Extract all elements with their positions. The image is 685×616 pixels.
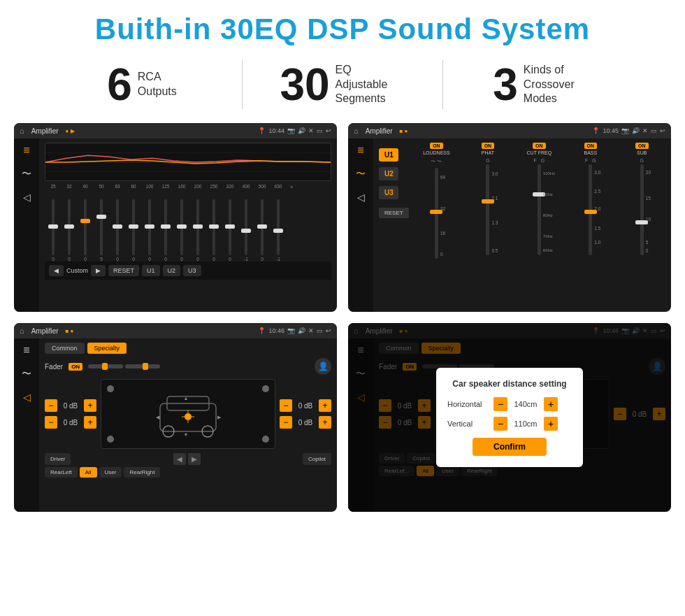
slider-col-7[interactable]: 0 bbox=[159, 199, 173, 262]
volume-side-icon-3[interactable]: ◁ bbox=[23, 392, 31, 403]
left-arrow-btn[interactable]: ◀ bbox=[173, 453, 186, 465]
db-minus-4[interactable]: − bbox=[280, 416, 292, 429]
db-minus-2[interactable]: − bbox=[45, 416, 57, 429]
slider-col-5[interactable]: 0 bbox=[127, 199, 140, 262]
loudness-on[interactable]: ON bbox=[430, 143, 443, 149]
user-btn[interactable]: User bbox=[99, 467, 122, 478]
topbar-title-eq: Amplifier bbox=[31, 127, 59, 135]
volume-side-icon-2[interactable]: ◁ bbox=[357, 192, 365, 203]
cutfreq-fg: F G bbox=[534, 158, 545, 163]
right-arrow-btn[interactable]: ▶ bbox=[188, 453, 201, 465]
slider-col-6[interactable]: 0 bbox=[143, 199, 157, 262]
db-plus-3[interactable]: + bbox=[319, 399, 331, 412]
dialog-vertical-minus[interactable]: − bbox=[493, 417, 507, 431]
phat-on[interactable]: ON bbox=[482, 143, 495, 149]
home-icon-2[interactable]: ⌂ bbox=[354, 127, 359, 135]
fader-slider-2[interactable] bbox=[125, 364, 160, 368]
wave-icon-2[interactable]: 〜 bbox=[356, 168, 366, 180]
common-tab[interactable]: Common bbox=[45, 343, 85, 354]
eq-icon-2[interactable]: ≡ bbox=[357, 144, 363, 157]
phat-val3: 1.3 bbox=[491, 220, 498, 225]
loudness-track[interactable]: 64 32 16 0 bbox=[435, 168, 438, 259]
slider-col-8[interactable]: 0 bbox=[175, 199, 189, 262]
sub-on[interactable]: ON bbox=[635, 143, 649, 149]
bass-col: ON BASS F G 3.0 2.5 2.0 1.5 1.0 bbox=[567, 143, 614, 308]
bass-on[interactable]: ON bbox=[584, 143, 598, 149]
camera-icon: 📷 bbox=[287, 127, 295, 134]
copilot-btn[interactable]: Copilot bbox=[303, 453, 331, 465]
driver-btn[interactable]: Driver bbox=[45, 453, 71, 465]
db-minus-1[interactable]: − bbox=[45, 399, 57, 412]
crossover-reset-btn[interactable]: RESET bbox=[379, 208, 409, 218]
u3-channel-btn[interactable]: U3 bbox=[379, 186, 398, 199]
freq-400: 400 bbox=[239, 184, 253, 190]
wave-icon-3[interactable]: 〜 bbox=[22, 368, 31, 380]
home-icon-3[interactable]: ⌂ bbox=[20, 327, 24, 335]
sub-track[interactable]: 20 15 10 5 0 bbox=[640, 164, 644, 255]
volume-side-icon[interactable]: ◁ bbox=[23, 192, 31, 203]
rearright-btn[interactable]: RearRight bbox=[124, 467, 160, 478]
back-icon[interactable]: ↩ bbox=[326, 127, 331, 134]
freq-80: 80 bbox=[127, 184, 140, 190]
rearleft-btn[interactable]: RearLeft bbox=[45, 467, 78, 478]
home-icon[interactable]: ⌂ bbox=[20, 127, 24, 135]
slider-col-1[interactable]: 0 bbox=[62, 199, 76, 262]
fader-toggle[interactable]: ON bbox=[68, 363, 82, 371]
fader-slider-1[interactable] bbox=[88, 364, 123, 368]
dialog-horizontal-minus[interactable]: − bbox=[493, 397, 507, 411]
fader-settings-btn[interactable]: 👤 bbox=[315, 358, 331, 375]
phat-track[interactable]: 3.0 2.1 1.3 0.5 bbox=[486, 164, 489, 255]
bass-v5: 1.0 bbox=[594, 240, 600, 245]
slider-col-11[interactable]: 0 bbox=[223, 199, 237, 262]
slider-col-13[interactable]: 0 bbox=[255, 199, 269, 262]
slider-col-4[interactable]: 0 bbox=[110, 199, 124, 262]
cutfreq-label: CUT FREQ bbox=[527, 150, 552, 155]
crossover-params: ON LOUDNESS 〜 〜 64 32 16 0 bbox=[413, 143, 665, 308]
db-value-4: 0 dB bbox=[295, 419, 316, 427]
dialog-vertical-plus[interactable]: + bbox=[544, 417, 558, 431]
dialog-horizontal-plus[interactable]: + bbox=[544, 397, 558, 411]
left-db-controls: − 0 dB + − 0 dB + bbox=[45, 379, 96, 449]
loudness-col: ON LOUDNESS 〜 〜 64 32 16 0 bbox=[413, 143, 460, 308]
db-plus-1[interactable]: + bbox=[84, 399, 96, 412]
u2-channel-btn[interactable]: U2 bbox=[379, 167, 398, 180]
bass-v4: 1.5 bbox=[594, 226, 600, 231]
topbar-right-crossover: 📍 10:45 📷 🔊 ✕ ▭ ↩ bbox=[592, 127, 665, 134]
next-btn[interactable]: ▶ bbox=[91, 265, 106, 276]
specialty-tab[interactable]: Specialty bbox=[87, 343, 127, 354]
reset-btn[interactable]: RESET bbox=[108, 265, 139, 276]
back-icon-3[interactable]: ↩ bbox=[326, 327, 331, 334]
db-plus-4[interactable]: + bbox=[319, 416, 331, 429]
bass-track[interactable]: 3.0 2.5 2.0 1.5 1.0 bbox=[589, 164, 592, 255]
cutfreq-track[interactable]: 100Hz 90Hz 80Hz 70Hz 60Hz bbox=[538, 164, 541, 255]
db-plus-2[interactable]: + bbox=[84, 416, 96, 429]
svg-text:▶: ▶ bbox=[217, 415, 222, 420]
u3-btn[interactable]: U3 bbox=[183, 265, 201, 276]
speaker-bl bbox=[107, 436, 114, 443]
u1-btn[interactable]: U1 bbox=[142, 265, 160, 276]
wave-icon[interactable]: 〜 bbox=[22, 168, 31, 180]
slider-col-2[interactable]: 0 bbox=[78, 199, 92, 262]
slider-col-3[interactable]: 5 bbox=[94, 199, 108, 262]
freq-63: 63 bbox=[110, 184, 124, 190]
more-icon[interactable]: » bbox=[290, 184, 293, 190]
db-minus-3[interactable]: − bbox=[280, 399, 292, 412]
cutfreq-on[interactable]: ON bbox=[533, 143, 546, 149]
eq-icon[interactable]: ≡ bbox=[23, 144, 29, 157]
x-icon: ✕ bbox=[308, 127, 314, 134]
slider-col-9[interactable]: 0 bbox=[191, 199, 205, 262]
back-icon-2[interactable]: ↩ bbox=[660, 127, 665, 134]
prev-btn[interactable]: ◀ bbox=[49, 265, 64, 276]
slider-col-12[interactable]: -1 bbox=[239, 199, 253, 262]
slider-col-0[interactable]: 0 bbox=[46, 199, 60, 262]
u1-channel-btn[interactable]: U1 bbox=[379, 148, 398, 162]
location-icon-3: 📍 bbox=[258, 327, 266, 334]
eq-icon-3[interactable]: ≡ bbox=[23, 344, 29, 357]
slider-col-14[interactable]: -1 bbox=[271, 199, 285, 262]
sub-g: G bbox=[640, 158, 644, 163]
freq-160: 160 bbox=[175, 184, 189, 190]
confirm-button[interactable]: Confirm bbox=[473, 438, 547, 456]
slider-col-10[interactable]: 0 bbox=[207, 199, 221, 262]
all-btn[interactable]: All bbox=[80, 467, 97, 478]
u2-btn[interactable]: U2 bbox=[163, 265, 181, 276]
